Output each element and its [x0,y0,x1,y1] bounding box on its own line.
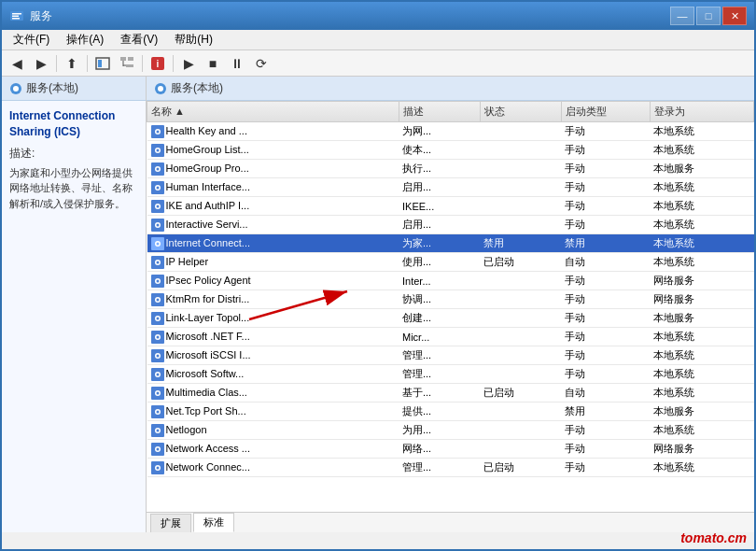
selected-table-row[interactable]: Internet Connect...为家...禁用禁用本地系统 [147,234,754,253]
service-name-cell: Net.Tcp Port Sh... [147,403,399,421]
service-desc-cell: 启用... [399,178,480,197]
table-row[interactable]: Health Key and ...为网...手动本地系统 [147,122,754,141]
table-row[interactable]: Microsoft iSCSI I...管理...手动本地系统 [147,346,754,365]
service-startup-cell: 自动 [561,384,650,403]
table-row[interactable]: Human Interface...启用...手动本地系统 [147,178,754,197]
menu-file[interactable]: 文件(F) [6,30,57,49]
service-name-cell: Human Interface... [147,178,399,197]
service-startup-cell: 手动 [561,178,650,197]
services-local-icon [9,82,22,95]
table-row[interactable]: Link-Layer Topol...创建...手动本地服务 [147,309,754,328]
app-icon [9,8,24,23]
service-name-cell: Microsoft Softw... [147,365,399,384]
service-login-cell: 本地系统 [650,178,753,197]
svg-point-40 [156,261,159,263]
service-name-cell: Multimedia Clas... [147,384,399,403]
svg-point-19 [156,130,159,133]
col-header-login[interactable]: 登录为 [650,102,753,122]
info-icon: i [150,56,165,71]
tab-extended[interactable]: 扩展 [150,514,191,532]
svg-rect-5 [98,60,102,67]
table-row[interactable]: Netlogon为用...手动本地系统 [147,421,754,440]
service-startup-cell: 手动 [561,421,650,440]
service-login-cell: 本地系统 [650,459,753,477]
svg-point-37 [156,242,159,245]
table-row[interactable]: Interactive Servi...启用...手动本地系统 [147,216,754,234]
service-name-cell: IKE and AuthIP I... [147,197,399,216]
service-startup-cell: 手动 [561,160,650,178]
col-header-status[interactable]: 状态 [480,102,561,122]
services-table[interactable]: 名称 ▲ 描述 状态 启动类型 登录为 Health Key and ...为网… [147,101,754,512]
table-row[interactable]: Network Access ...网络...手动网络服务 [147,440,754,459]
up-button[interactable]: ⬆ [61,53,83,74]
stop-button[interactable]: ■ [202,53,224,74]
service-login-cell: 本地系统 [650,346,753,365]
toolbar-separator-2 [87,55,88,72]
service-status-cell [480,309,561,328]
restart-button[interactable]: ⟳ [250,53,273,74]
svg-point-16 [158,86,163,92]
col-header-startup[interactable]: 启动类型 [561,102,650,122]
service-name-cell: HomeGroup List... [147,141,399,160]
pause-button[interactable]: ⏸ [226,53,248,74]
table-row[interactable]: IKE and AuthIP I...IKEE...手动本地系统 [147,197,754,216]
play-button[interactable]: ▶ [177,53,200,74]
table-row[interactable]: IPsec Policy AgentInter...手动网络服务 [147,272,754,290]
right-panel: 服务(本地) 名称 ▲ 描述 状态 启动类型 登录为 Health Key [147,77,754,532]
service-startup-cell: 手动 [561,197,650,216]
service-startup-cell: 手动 [561,309,650,328]
service-desc-cell: 创建... [399,309,480,328]
service-desc-cell: 使本... [399,141,480,160]
back-button[interactable]: ◀ [6,53,28,74]
service-status-cell: 已启动 [480,253,561,272]
menu-help[interactable]: 帮助(H) [167,30,220,49]
service-login-cell: 本地系统 [650,253,753,272]
tree-button[interactable] [116,53,138,74]
tab-standard[interactable]: 标准 [193,513,234,532]
table-row[interactable]: Microsoft Softw...管理...手动本地系统 [147,365,754,384]
service-status-cell [480,290,561,309]
service-desc-cell: 启用... [399,216,480,234]
maximize-button[interactable]: □ [696,7,721,25]
service-desc-cell: 使用... [399,253,480,272]
svg-point-25 [156,167,159,170]
service-login-cell: 本地系统 [650,141,753,160]
svg-rect-1 [12,13,21,15]
table-row[interactable]: HomeGroup List...使本...手动本地系统 [147,141,754,160]
table-row[interactable]: Net.Tcp Port Sh...提供...禁用本地服务 [147,403,754,421]
menu-view[interactable]: 查看(V) [113,30,165,49]
desc-text: 为家庭和小型办公网络提供网络地址转换、寻址、名称解析和/或入侵保护服务。 [9,165,138,212]
service-login-cell: 本地系统 [650,328,753,346]
svg-point-14 [13,86,19,92]
col-header-name[interactable]: 名称 ▲ [147,102,399,122]
service-name-cell: HomeGroup Pro... [147,160,399,178]
svg-rect-6 [120,57,126,61]
service-login-cell: 网络服务 [650,290,753,309]
table-row[interactable]: Multimedia Clas...基于...已启动自动本地系统 [147,384,754,403]
table-row[interactable]: KtmRm for Distri...协调...手动网络服务 [147,290,754,309]
service-login-cell: 网络服务 [650,440,753,459]
service-status-cell [480,178,561,197]
service-login-cell: 网络服务 [650,272,753,290]
forward-button[interactable]: ▶ [30,53,52,74]
svg-text:i: i [157,59,160,69]
tree-icon [119,56,134,71]
service-name-cell: Microsoft iSCSI I... [147,346,399,365]
info-button[interactable]: i [147,53,169,74]
table-row[interactable]: Network Connec...管理...已启动手动本地系统 [147,459,754,477]
close-button[interactable]: ✕ [722,7,747,25]
table-row[interactable]: HomeGroup Pro...执行...手动本地服务 [147,160,754,178]
svg-point-52 [156,335,159,338]
services-tbody: Health Key and ...为网...手动本地系统HomeGroup L… [147,122,754,477]
table-row[interactable]: IP Helper使用...已启动自动本地系统 [147,253,754,272]
svg-point-49 [156,317,159,319]
menu-action[interactable]: 操作(A) [59,30,111,49]
col-header-desc[interactable]: 描述 [399,102,480,122]
service-name-cell: Interactive Servi... [147,216,399,234]
service-startup-cell: 手动 [561,141,650,160]
minimize-button[interactable]: — [670,7,694,25]
right-header-text: 服务(本地) [171,80,223,96]
show-hide-button[interactable] [91,53,114,74]
table-row[interactable]: Microsoft .NET F...Micr...手动本地系统 [147,328,754,346]
service-status-cell: 已启动 [480,459,561,477]
